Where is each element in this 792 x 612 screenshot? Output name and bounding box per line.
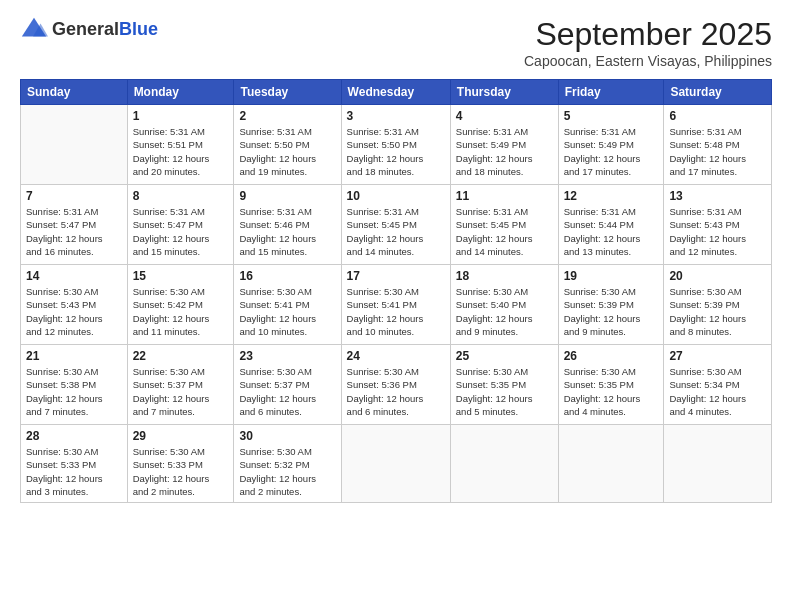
day-number: 21 [26,349,122,363]
calendar-cell: 1Sunrise: 5:31 AM Sunset: 5:51 PM Daylig… [127,105,234,185]
calendar-cell: 16Sunrise: 5:30 AM Sunset: 5:41 PM Dayli… [234,265,341,345]
day-info: Sunrise: 5:31 AM Sunset: 5:50 PM Dayligh… [239,125,335,178]
day-info: Sunrise: 5:31 AM Sunset: 5:45 PM Dayligh… [456,205,553,258]
location: Capoocan, Eastern Visayas, Philippines [524,53,772,69]
calendar-cell: 27Sunrise: 5:30 AM Sunset: 5:34 PM Dayli… [664,345,772,425]
calendar-cell: 7Sunrise: 5:31 AM Sunset: 5:47 PM Daylig… [21,185,128,265]
calendar-cell [450,425,558,503]
day-number: 28 [26,429,122,443]
calendar-cell [558,425,664,503]
calendar-week-row: 21Sunrise: 5:30 AM Sunset: 5:38 PM Dayli… [21,345,772,425]
calendar-cell [341,425,450,503]
day-number: 13 [669,189,766,203]
logo-blue-text: Blue [119,19,158,39]
calendar-cell: 21Sunrise: 5:30 AM Sunset: 5:38 PM Dayli… [21,345,128,425]
day-info: Sunrise: 5:31 AM Sunset: 5:43 PM Dayligh… [669,205,766,258]
calendar-cell [21,105,128,185]
calendar-cell: 12Sunrise: 5:31 AM Sunset: 5:44 PM Dayli… [558,185,664,265]
day-info: Sunrise: 5:30 AM Sunset: 5:35 PM Dayligh… [456,365,553,418]
day-info: Sunrise: 5:31 AM Sunset: 5:51 PM Dayligh… [133,125,229,178]
calendar-cell: 30Sunrise: 5:30 AM Sunset: 5:32 PM Dayli… [234,425,341,503]
calendar-week-row: 28Sunrise: 5:30 AM Sunset: 5:33 PM Dayli… [21,425,772,503]
day-number: 15 [133,269,229,283]
day-number: 8 [133,189,229,203]
calendar-cell: 3Sunrise: 5:31 AM Sunset: 5:50 PM Daylig… [341,105,450,185]
calendar-cell: 18Sunrise: 5:30 AM Sunset: 5:40 PM Dayli… [450,265,558,345]
day-info: Sunrise: 5:31 AM Sunset: 5:50 PM Dayligh… [347,125,445,178]
day-number: 30 [239,429,335,443]
calendar-cell: 19Sunrise: 5:30 AM Sunset: 5:39 PM Dayli… [558,265,664,345]
calendar-week-row: 14Sunrise: 5:30 AM Sunset: 5:43 PM Dayli… [21,265,772,345]
day-number: 3 [347,109,445,123]
day-info: Sunrise: 5:31 AM Sunset: 5:49 PM Dayligh… [456,125,553,178]
day-info: Sunrise: 5:30 AM Sunset: 5:43 PM Dayligh… [26,285,122,338]
day-number: 17 [347,269,445,283]
day-number: 6 [669,109,766,123]
logo-general-text: General [52,19,119,39]
day-info: Sunrise: 5:30 AM Sunset: 5:41 PM Dayligh… [347,285,445,338]
day-number: 10 [347,189,445,203]
calendar-cell: 10Sunrise: 5:31 AM Sunset: 5:45 PM Dayli… [341,185,450,265]
day-info: Sunrise: 5:30 AM Sunset: 5:39 PM Dayligh… [564,285,659,338]
col-monday: Monday [127,80,234,105]
day-number: 4 [456,109,553,123]
calendar-cell: 4Sunrise: 5:31 AM Sunset: 5:49 PM Daylig… [450,105,558,185]
logo-icon [20,16,48,44]
day-info: Sunrise: 5:30 AM Sunset: 5:42 PM Dayligh… [133,285,229,338]
day-number: 20 [669,269,766,283]
logo: GeneralBlue [20,16,158,44]
day-info: Sunrise: 5:31 AM Sunset: 5:45 PM Dayligh… [347,205,445,258]
calendar-cell: 20Sunrise: 5:30 AM Sunset: 5:39 PM Dayli… [664,265,772,345]
calendar-cell: 17Sunrise: 5:30 AM Sunset: 5:41 PM Dayli… [341,265,450,345]
col-wednesday: Wednesday [341,80,450,105]
day-info: Sunrise: 5:30 AM Sunset: 5:35 PM Dayligh… [564,365,659,418]
day-number: 7 [26,189,122,203]
day-info: Sunrise: 5:30 AM Sunset: 5:37 PM Dayligh… [133,365,229,418]
calendar-cell: 14Sunrise: 5:30 AM Sunset: 5:43 PM Dayli… [21,265,128,345]
day-info: Sunrise: 5:31 AM Sunset: 5:47 PM Dayligh… [26,205,122,258]
month-title: September 2025 [524,16,772,53]
day-number: 9 [239,189,335,203]
calendar-cell: 15Sunrise: 5:30 AM Sunset: 5:42 PM Dayli… [127,265,234,345]
day-number: 22 [133,349,229,363]
day-info: Sunrise: 5:30 AM Sunset: 5:40 PM Dayligh… [456,285,553,338]
calendar-cell: 5Sunrise: 5:31 AM Sunset: 5:49 PM Daylig… [558,105,664,185]
day-info: Sunrise: 5:31 AM Sunset: 5:48 PM Dayligh… [669,125,766,178]
day-number: 26 [564,349,659,363]
calendar-week-row: 1Sunrise: 5:31 AM Sunset: 5:51 PM Daylig… [21,105,772,185]
day-number: 11 [456,189,553,203]
day-number: 19 [564,269,659,283]
calendar-week-row: 7Sunrise: 5:31 AM Sunset: 5:47 PM Daylig… [21,185,772,265]
calendar-cell: 23Sunrise: 5:30 AM Sunset: 5:37 PM Dayli… [234,345,341,425]
day-number: 1 [133,109,229,123]
day-info: Sunrise: 5:31 AM Sunset: 5:47 PM Dayligh… [133,205,229,258]
day-info: Sunrise: 5:31 AM Sunset: 5:44 PM Dayligh… [564,205,659,258]
calendar-cell: 2Sunrise: 5:31 AM Sunset: 5:50 PM Daylig… [234,105,341,185]
day-info: Sunrise: 5:30 AM Sunset: 5:33 PM Dayligh… [133,445,229,498]
day-info: Sunrise: 5:30 AM Sunset: 5:36 PM Dayligh… [347,365,445,418]
day-number: 25 [456,349,553,363]
day-number: 27 [669,349,766,363]
calendar-cell: 29Sunrise: 5:30 AM Sunset: 5:33 PM Dayli… [127,425,234,503]
calendar-cell: 22Sunrise: 5:30 AM Sunset: 5:37 PM Dayli… [127,345,234,425]
calendar-cell: 13Sunrise: 5:31 AM Sunset: 5:43 PM Dayli… [664,185,772,265]
day-number: 12 [564,189,659,203]
col-sunday: Sunday [21,80,128,105]
calendar-cell: 24Sunrise: 5:30 AM Sunset: 5:36 PM Dayli… [341,345,450,425]
day-number: 24 [347,349,445,363]
col-saturday: Saturday [664,80,772,105]
day-info: Sunrise: 5:30 AM Sunset: 5:38 PM Dayligh… [26,365,122,418]
day-info: Sunrise: 5:30 AM Sunset: 5:33 PM Dayligh… [26,445,122,498]
calendar-cell: 28Sunrise: 5:30 AM Sunset: 5:33 PM Dayli… [21,425,128,503]
calendar-cell: 8Sunrise: 5:31 AM Sunset: 5:47 PM Daylig… [127,185,234,265]
day-info: Sunrise: 5:30 AM Sunset: 5:41 PM Dayligh… [239,285,335,338]
day-number: 29 [133,429,229,443]
calendar-header-row: Sunday Monday Tuesday Wednesday Thursday… [21,80,772,105]
col-thursday: Thursday [450,80,558,105]
title-block: September 2025 Capoocan, Eastern Visayas… [524,16,772,69]
day-info: Sunrise: 5:30 AM Sunset: 5:32 PM Dayligh… [239,445,335,498]
day-number: 5 [564,109,659,123]
day-info: Sunrise: 5:31 AM Sunset: 5:49 PM Dayligh… [564,125,659,178]
col-tuesday: Tuesday [234,80,341,105]
page-header: GeneralBlue September 2025 Capoocan, Eas… [20,16,772,69]
